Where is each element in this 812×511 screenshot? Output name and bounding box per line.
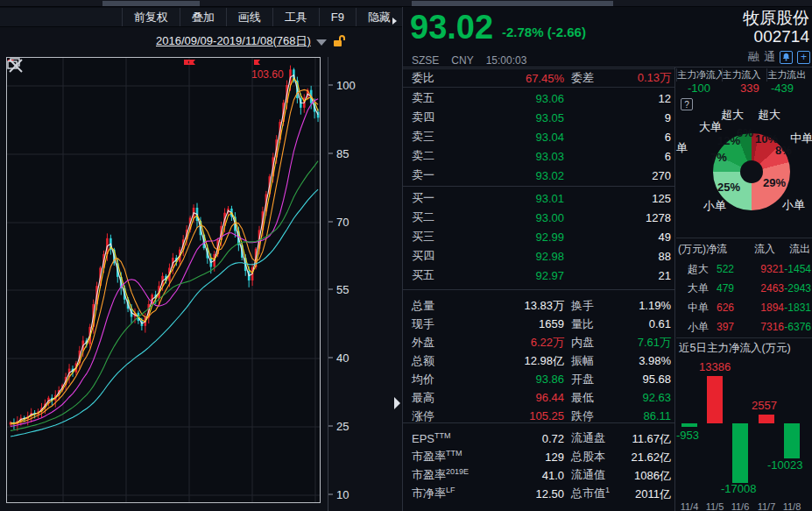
panel-expand-arrow[interactable] <box>394 397 400 409</box>
bid-volume: 21 <box>564 269 671 282</box>
flow-table-row: 大单 479 2463 -2943 <box>676 279 812 298</box>
bar-date: 11/6 <box>731 501 750 511</box>
flow-outflow: -6376 <box>784 321 811 333</box>
bar-date: 11/7 <box>758 501 776 511</box>
bid-row[interactable]: 买二 93.00 1278 <box>403 208 674 227</box>
stats-row: 现手 1659 量比 0.61 <box>403 315 674 333</box>
bid-price[interactable]: 93.01 <box>461 192 564 205</box>
bid-volume: 88 <box>564 250 671 263</box>
stat-label: 量比 <box>571 316 622 332</box>
help-icon[interactable]: ? <box>681 98 693 110</box>
stock-code: 002714 <box>754 27 809 46</box>
donut-label: 小单 <box>703 198 726 214</box>
stats-row: 总额 12.98亿 振幅 3.98% <box>403 351 674 370</box>
valuation-label: 市盈率TTM <box>412 449 487 465</box>
toolbar-button[interactable]: F9 <box>319 8 356 26</box>
bid-label: 买一 <box>412 190 461 206</box>
bid-row[interactable]: 买五 92.97 21 <box>403 266 674 285</box>
donut-percent: 12% <box>717 134 740 147</box>
donut-percent: 7% <box>710 151 727 164</box>
flow-net: 397 <box>713 321 734 333</box>
add-icon[interactable]: + <box>797 51 810 64</box>
valuation-value: 41.0 <box>487 469 564 482</box>
stat-value: 86.11 <box>622 409 671 422</box>
flow-outflow: -1454 <box>784 263 811 275</box>
ask-price[interactable]: 93.03 <box>461 150 564 163</box>
ask-price[interactable]: 93.02 <box>461 169 564 182</box>
margin-flag: 通 <box>764 49 775 65</box>
axis-tick: 10 <box>328 488 349 501</box>
ask-label: 卖四 <box>412 110 461 125</box>
peak-price-label: 103.60 <box>251 68 284 81</box>
bid-row[interactable]: 买一 93.01 125 <box>403 188 674 208</box>
toolbar-button[interactable]: 叠加 <box>180 8 226 26</box>
price-axis: 100857055402510 <box>328 57 366 511</box>
bid-price[interactable]: 93.00 <box>461 211 564 224</box>
section-divider <box>403 186 674 187</box>
ask-row[interactable]: 卖一 93.02 270 <box>403 166 674 185</box>
unlock-icon[interactable] <box>334 35 345 46</box>
weibi-label: 委比 <box>412 70 461 86</box>
kline-area: 2016/09/09-2019/11/08(768日) 103.60 10085… <box>0 27 402 511</box>
stat-label: 均价 <box>412 372 461 387</box>
valuation-value: 21.62亿 <box>627 450 671 465</box>
axis-tick: 100 <box>328 79 356 92</box>
bar-value: -17008 <box>721 482 756 495</box>
bid-row[interactable]: 买三 92.99 49 <box>403 227 674 246</box>
flow-net: 522 <box>713 263 734 275</box>
bid-row[interactable]: 买四 92.98 88 <box>403 246 674 266</box>
bar-value: -10023 <box>767 458 802 472</box>
stat-label: 总额 <box>412 353 461 369</box>
stat-value: 1.19% <box>622 299 671 312</box>
ask-row[interactable]: 卖四 93.05 9 <box>403 108 674 127</box>
bid-price[interactable]: 92.97 <box>461 269 564 282</box>
toolbar-button[interactable]: 前复权 <box>122 8 180 26</box>
quote-subheader: SZSECNY15:00:03 <box>412 54 539 67</box>
section-divider <box>403 289 674 290</box>
bid-price[interactable]: 92.98 <box>461 250 564 263</box>
axis-tick: 55 <box>328 283 349 296</box>
ask-row[interactable]: 卖三 93.04 6 <box>403 127 674 146</box>
bid-price[interactable]: 92.99 <box>461 231 564 244</box>
bar-value: 2557 <box>752 399 777 412</box>
stats-row: 均价 93.86 开盘 95.68 <box>403 370 674 388</box>
stats-row: 总量 13.83万 换手 1.19% <box>403 296 674 315</box>
stat-value: 96.44 <box>461 391 564 404</box>
ask-label: 卖二 <box>412 148 461 164</box>
ask-label: 卖一 <box>412 167 461 183</box>
flow-inflow: 9321 <box>734 263 784 275</box>
close-icon[interactable] <box>7 58 25 74</box>
date-range-label[interactable]: 2016/09/09-2019/11/08(768日) <box>156 33 311 49</box>
exchange-label: SZSE <box>412 54 439 67</box>
donut-percent: 29% <box>763 176 786 189</box>
flow-bar <box>681 423 697 427</box>
kline-chart <box>7 58 320 502</box>
toolbar-button[interactable]: 工具 <box>272 8 319 26</box>
alert-bell-icon[interactable] <box>780 51 793 64</box>
donut-label: 中单 <box>790 131 812 146</box>
flow-value: 339 <box>740 82 759 95</box>
toolbar-button[interactable]: 画线 <box>226 8 272 26</box>
ask-volume: 9 <box>564 111 671 124</box>
toolbar-more-arrow[interactable] <box>392 18 397 25</box>
stat-value: 0.61 <box>622 317 671 330</box>
stat-label: 外盘 <box>412 335 461 351</box>
stats-row: 外盘 6.22万 内盘 7.61万 <box>403 333 674 351</box>
bid-volume: 49 <box>564 231 671 244</box>
valuation-block: EPSTTM 0.72 流通盘 11.67亿 市盈率TTM 129 总股本 21… <box>403 429 674 503</box>
valuation-label: EPSTTM <box>412 431 487 445</box>
stat-label: 最低 <box>571 390 622 406</box>
date-range-selector[interactable]: 2016/09/09-2019/11/08(768日) <box>156 33 345 49</box>
chevron-down-icon[interactable] <box>316 39 327 46</box>
ask-price[interactable]: 93.05 <box>461 111 564 124</box>
flow-header: 主力净流入 <box>676 68 722 82</box>
ask-row[interactable]: 卖五 93.06 12 <box>403 89 674 108</box>
bid-levels: 买一 93.01 125 买二 93.00 1278 买三 92.99 49 买… <box>403 188 674 285</box>
five-day-flow-title: 近5日主力净流入(万元) <box>679 341 791 356</box>
ask-row[interactable]: 卖二 93.03 6 <box>403 146 674 166</box>
ask-price[interactable]: 93.06 <box>461 92 564 105</box>
quote-panel: 93.02 -2.78% (-2.66) SZSECNY15:00:03 委比 … <box>403 7 674 511</box>
ask-price[interactable]: 93.04 <box>461 131 564 144</box>
valuation-label: 市净率LF <box>412 486 487 501</box>
stat-value: 7.61万 <box>622 335 671 351</box>
